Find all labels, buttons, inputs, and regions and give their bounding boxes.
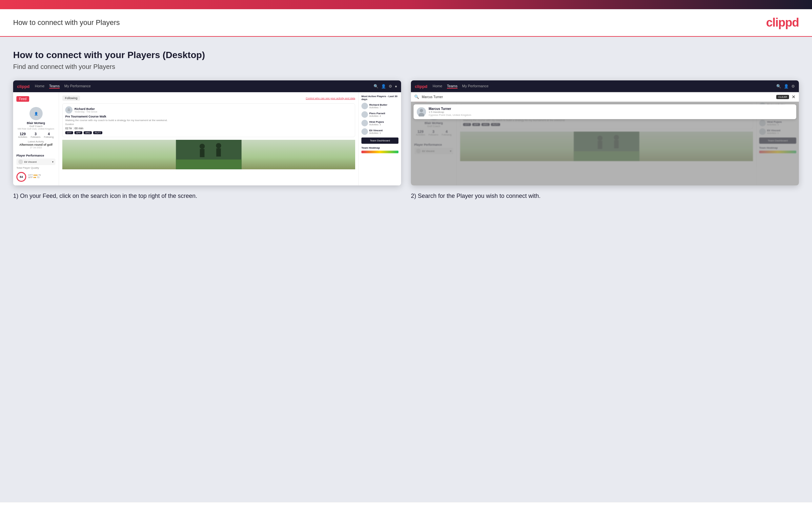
app-nav-1: clippd Home Teams My Performance 🔍 👤 ⚙ ●	[13, 80, 401, 92]
search-overlay: 🔍 Marcus Turner CLEAR ✕	[411, 92, 799, 185]
activity-date-1: 27 Jul 2022	[16, 146, 55, 149]
panel2: clippd Home Teams My Performance 🔍 👤 ⚙	[411, 80, 799, 200]
team-heatmap-label-1: Team Heatmap	[362, 146, 398, 149]
player-list-item-1-3: Hiral Pujara Activities: 3	[362, 120, 398, 126]
user-icon-2[interactable]: 👤	[784, 84, 789, 89]
duration-value-1: 02 hr : 00 min	[65, 127, 352, 130]
selected-player-name-1: Eli Vincent	[24, 161, 37, 163]
tag-arg-1: ARG	[84, 131, 92, 134]
team-dashboard-btn-1[interactable]: Team Dashboard	[362, 137, 398, 144]
nav-items-1: Home Teams My Performance	[35, 84, 368, 89]
svg-point-4	[216, 143, 221, 148]
control-link-1[interactable]: Control who can see your activity and da…	[306, 97, 355, 100]
activity-desc-1: Walking the course with my coach to buil…	[65, 119, 352, 122]
following-row-1: Following Control who can see your activ…	[62, 95, 355, 101]
section-title: How to connect with your Players (Deskto…	[13, 50, 799, 60]
step2-description: 2) Search for the Player you wish to con…	[411, 192, 799, 200]
section-header: How to connect with your Players (Deskto…	[13, 50, 799, 71]
player-list-info-1-1: Richard Butler Activities: 7	[369, 103, 387, 109]
svg-rect-3	[200, 149, 205, 157]
svg-rect-5	[217, 148, 221, 157]
svg-rect-1	[176, 160, 242, 169]
player-list-info-1-3: Hiral Pujara Activities: 3	[369, 120, 384, 126]
player-list-item-1-1: Richard Butler Activities: 7	[362, 103, 398, 109]
tag-ott-1: OTT	[65, 131, 73, 134]
search-result-club: Cypress Point Club, United Kingdom	[429, 114, 471, 117]
activities-stat-1: 129 Activities	[18, 132, 27, 138]
search-result-card[interactable]: Marcus Turner 1·5 Handicap Cypress Point…	[414, 104, 796, 119]
player-list-avatar-1-3	[362, 120, 368, 126]
header: How to connect with your Players clippd	[0, 9, 812, 37]
footer: Copyright Clippd 2022	[0, 502, 812, 508]
app-mockup-1: clippd Home Teams My Performance 🔍 👤 ⚙ ●	[13, 80, 401, 185]
nav-icons-2: 🔍 👤 ⚙	[776, 84, 795, 89]
stats-row-1: 129 Activities 3 Followers 4 Following	[16, 132, 55, 138]
duration-row-1: Duration	[65, 123, 352, 125]
close-btn[interactable]: ✕	[792, 94, 796, 99]
tag-putt-1: PUTT	[93, 131, 102, 134]
svg-point-13	[420, 109, 423, 112]
search-icon-1[interactable]: 🔍	[374, 84, 378, 89]
avatar-1: 👤	[30, 107, 43, 120]
logo-text: clippd	[766, 16, 799, 30]
profile-name-1: Blair McHarg	[16, 121, 55, 125]
nav-home-1[interactable]: Home	[35, 84, 44, 89]
following-stat-1: 4 Following	[44, 132, 54, 138]
search-result-name: Marcus Turner	[429, 107, 471, 111]
profile-role-1: Golf Coach	[16, 125, 55, 128]
nav-performance-2[interactable]: My Performance	[462, 84, 489, 89]
activity-card-1: R Richard Butler Yesterday · The Grove P…	[62, 103, 355, 137]
search-icon-overlay: 🔍	[414, 94, 419, 99]
avatar-icon-1[interactable]: ●	[395, 84, 397, 89]
nav-home-2[interactable]: Home	[433, 84, 442, 89]
person-info-1: Richard Butler Yesterday · The Grove	[75, 107, 97, 113]
user-icon-1[interactable]: 👤	[381, 84, 386, 89]
panel1: clippd Home Teams My Performance 🔍 👤 ⚙ ●	[13, 80, 401, 200]
app-right-1: Most Active Players - Last 30 days Richa…	[359, 92, 401, 185]
score-circle-1: 84	[16, 172, 26, 182]
app-logo-1: clippd	[17, 84, 30, 89]
nav-teams-1[interactable]: Teams	[49, 84, 60, 89]
search-bar-overlay: 🔍 Marcus Turner CLEAR ✕	[411, 92, 799, 102]
section-subtitle: Find and connect with your Players	[13, 63, 799, 71]
app-mockup-2: clippd Home Teams My Performance 🔍 👤 ⚙	[411, 80, 799, 185]
quality-label-1: Total Player Quality	[16, 166, 55, 169]
nav-performance-1[interactable]: My Performance	[64, 84, 91, 89]
ott-score-1: OTT ■■■ 79 APP ■■ 70	[28, 174, 41, 178]
screenshots-container: clippd Home Teams My Performance 🔍 👤 ⚙ ●	[13, 80, 799, 200]
profile-card-1: 👤 Blair McHarg Golf Coach Mill Ride Golf…	[16, 104, 55, 151]
tag-app-1: APP	[75, 131, 82, 134]
main-content: How to connect with your Players (Deskto…	[0, 37, 812, 502]
svg-point-2	[200, 144, 205, 149]
player-selector-1[interactable]: Eli Vincent ▾	[16, 159, 55, 165]
step1-description: 1) On your Feed, click on the search ico…	[13, 192, 401, 200]
logo: clippd	[766, 16, 799, 30]
heatmap-bar-1	[362, 151, 398, 153]
nav-teams-2[interactable]: Teams	[447, 84, 458, 89]
search-icon-2[interactable]: 🔍	[776, 84, 781, 89]
app-nav-2: clippd Home Teams My Performance 🔍 👤 ⚙	[411, 80, 799, 92]
activity-person-1: R Richard Butler Yesterday · The Grove	[65, 106, 352, 114]
player-list-info-1-4: Eli Vincent Activities: 1	[369, 129, 383, 134]
nav-items-2: Home Teams My Performance	[433, 84, 771, 89]
settings-icon-1[interactable]: ⚙	[389, 84, 392, 89]
app-left-1: Feed 👤 Blair McHarg Golf Coach Mill Ride…	[13, 92, 59, 185]
dropdown-arrow-1: ▾	[52, 161, 53, 163]
profile-club-1: Mill Ride Golf Club, United Kingdom	[16, 128, 55, 130]
golf-svg-1	[62, 140, 355, 169]
page-title: How to connect with your Players	[13, 18, 120, 27]
settings-icon-2[interactable]: ⚙	[791, 84, 795, 89]
app-middle-1: Following Control who can see your activ…	[59, 92, 359, 185]
search-input-overlay[interactable]: Marcus Turner	[422, 95, 774, 99]
most-active-title-1: Most Active Players - Last 30 days	[362, 95, 398, 101]
player-avatar-small-1	[18, 160, 23, 164]
clear-btn[interactable]: CLEAR	[776, 95, 789, 99]
golf-scene-1	[62, 140, 355, 169]
following-btn-1[interactable]: Following	[62, 95, 80, 101]
feed-tab-1[interactable]: Feed	[16, 96, 29, 102]
activity-title-1: Pre Tournament Course Walk	[65, 115, 352, 118]
search-result-avatar	[417, 107, 426, 117]
nav-icons-1: 🔍 👤 ⚙ ●	[374, 84, 397, 89]
search-result-handicap: 1·5 Handicap	[429, 111, 471, 114]
player-list-avatar-1-1	[362, 103, 368, 109]
